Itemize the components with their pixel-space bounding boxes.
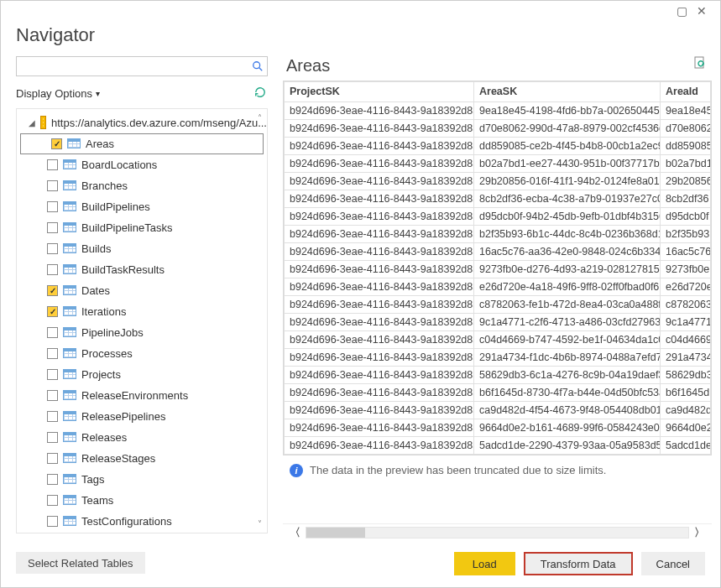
- checkbox[interactable]: [47, 432, 58, 443]
- table-row[interactable]: b924d696-3eae-4116-8443-9a18392d8544c878…: [285, 295, 711, 313]
- table-row[interactable]: b924d696-3eae-4116-8443-9a18392d8544291a…: [285, 348, 711, 366]
- checkbox[interactable]: [47, 453, 58, 464]
- checkbox[interactable]: ✓: [51, 138, 62, 149]
- table-row[interactable]: b924d696-3eae-4116-8443-9a18392d8544b2f3…: [285, 225, 711, 242]
- svg-line-1: [259, 68, 263, 71]
- tree-scrollbar[interactable]: ˄ ˅: [253, 112, 266, 529]
- checkbox[interactable]: ✓: [47, 306, 58, 317]
- checkbox[interactable]: [47, 516, 58, 527]
- tree-item-tags[interactable]: Tags: [17, 469, 267, 490]
- tree-item-teams[interactable]: Teams: [17, 490, 267, 511]
- checkbox[interactable]: [47, 411, 58, 422]
- table-row[interactable]: b924d696-3eae-4116-8443-9a18392d8544d95d…: [285, 207, 711, 225]
- table-icon: [63, 243, 76, 253]
- cell: d70e8062-990d-47a8-8979-002cf4536db2: [474, 119, 661, 137]
- checkbox[interactable]: [47, 243, 58, 254]
- cell: 9c1a4771: [661, 313, 711, 330]
- table-row[interactable]: b924d696-3eae-4116-8443-9a18392d85448cb2…: [285, 190, 711, 207]
- cell: d95dcb0f-94b2-45db-9efb-01dbf4b31563: [474, 207, 661, 225]
- tree-item-builds[interactable]: Builds: [17, 238, 267, 259]
- cell: 9273fb0e-d276-4d93-a219-02812781512b: [474, 260, 661, 278]
- table-row[interactable]: b924d696-3eae-4116-8443-9a18392d85445862…: [285, 366, 711, 383]
- refresh-preview-icon[interactable]: [693, 56, 707, 73]
- collapse-icon[interactable]: ◢: [29, 118, 35, 127]
- checkbox[interactable]: [47, 180, 58, 191]
- tree-item-projects[interactable]: Projects: [17, 364, 267, 385]
- tree-item-iterations[interactable]: ✓Iterations: [17, 301, 267, 322]
- tree-item-buildpipelinetasks[interactable]: BuildPipelineTasks: [17, 217, 267, 238]
- refresh-icon[interactable]: [253, 86, 268, 101]
- tree-item-branches[interactable]: Branches: [17, 175, 267, 196]
- table-row[interactable]: b924d696-3eae-4116-8443-9a18392d85445adc…: [285, 436, 711, 454]
- checkbox[interactable]: [47, 474, 58, 485]
- scroll-down-icon[interactable]: ˅: [258, 518, 262, 529]
- display-options: Display Options ▾: [16, 85, 268, 103]
- table-row[interactable]: b924d696-3eae-4116-8443-9a18392d85449664…: [285, 419, 711, 436]
- tree-item-label: Dates: [81, 284, 110, 297]
- tree-item-boardlocations[interactable]: BoardLocations: [17, 154, 267, 175]
- checkbox[interactable]: [47, 348, 58, 359]
- cell: 16ac5c76: [661, 242, 711, 260]
- checkbox[interactable]: [47, 222, 58, 233]
- cancel-button[interactable]: Cancel: [641, 552, 705, 575]
- table-row[interactable]: b924d696-3eae-4116-8443-9a18392d854429b2…: [285, 172, 711, 190]
- tree-item-buildpipelines[interactable]: BuildPipelines: [17, 196, 267, 217]
- tree-item-testconfigurations[interactable]: TestConfigurations: [17, 511, 267, 532]
- checkbox[interactable]: [47, 327, 58, 338]
- tree-item-label: Areas: [86, 138, 114, 150]
- tree-item-buildtaskresults[interactable]: BuildTaskResults: [17, 259, 267, 280]
- tree-item-releases[interactable]: Releases: [17, 427, 267, 448]
- table-row[interactable]: b924d696-3eae-4116-8443-9a18392d8544dd85…: [285, 137, 711, 154]
- table-row[interactable]: b924d696-3eae-4116-8443-9a18392d8544d70e…: [285, 119, 711, 137]
- cell: b924d696-3eae-4116-8443-9a18392d8544: [285, 401, 474, 419]
- tree-item-areas[interactable]: ✓Areas: [20, 133, 264, 154]
- checkbox[interactable]: [47, 159, 58, 170]
- data-source-node[interactable]: ◢ https://analytics.dev.azure.com/mseng/…: [17, 112, 267, 133]
- display-options-label: Display Options: [16, 87, 92, 100]
- column-header[interactable]: AreaSK: [474, 81, 661, 101]
- display-options-dropdown[interactable]: Display Options ▾: [16, 87, 100, 100]
- scroll-track[interactable]: [306, 527, 689, 539]
- scroll-right-icon[interactable]: 〉: [694, 525, 705, 540]
- preview-hscrollbar[interactable]: 〈 〉: [283, 523, 712, 540]
- table-row[interactable]: b924d696-3eae-4116-8443-9a18392d854416ac…: [285, 242, 711, 260]
- search-input[interactable]: [17, 57, 248, 75]
- close-button[interactable]: ✕: [692, 3, 712, 18]
- truncated-message: The data in the preview has been truncat…: [310, 464, 606, 476]
- load-button[interactable]: Load: [454, 552, 515, 575]
- tree-item-releaseenvironments[interactable]: ReleaseEnvironments: [17, 385, 267, 406]
- checkbox[interactable]: [47, 369, 58, 380]
- table-row[interactable]: b924d696-3eae-4116-8443-9a18392d8544e26d…: [285, 278, 711, 295]
- maximize-button[interactable]: ▢: [671, 3, 692, 18]
- search-box[interactable]: [16, 56, 268, 76]
- checkbox[interactable]: [47, 201, 58, 212]
- table-icon: [63, 516, 76, 526]
- tree-item-processes[interactable]: Processes: [17, 343, 267, 364]
- table-row[interactable]: b924d696-3eae-4116-8443-9a18392d85449ea1…: [285, 101, 711, 119]
- table-row[interactable]: b924d696-3eae-4116-8443-9a18392d85449273…: [285, 260, 711, 278]
- tree-item-releasepipelines[interactable]: ReleasePipelines: [17, 406, 267, 427]
- table-row[interactable]: b924d696-3eae-4116-8443-9a18392d8544c04d…: [285, 330, 711, 348]
- cell: dd859085-ce2b-4f45-b4b8-00cb1a2ec975: [474, 137, 661, 154]
- column-header[interactable]: AreaId: [661, 81, 711, 101]
- scroll-up-icon[interactable]: ˄: [258, 112, 262, 124]
- table-row[interactable]: b924d696-3eae-4116-8443-9a18392d8544b6f1…: [285, 383, 711, 401]
- table-row[interactable]: b924d696-3eae-4116-8443-9a18392d8544ca9d…: [285, 401, 711, 419]
- select-related-tables-button[interactable]: Select Related Tables: [16, 552, 145, 574]
- scroll-left-icon[interactable]: 〈: [290, 525, 300, 540]
- tree-item-releasestages[interactable]: ReleaseStages: [17, 448, 267, 469]
- scroll-thumb[interactable]: [306, 528, 365, 538]
- preview-title: Areas: [286, 56, 330, 75]
- tree-item-pipelinejobs[interactable]: PipelineJobs: [17, 322, 267, 343]
- checkbox[interactable]: [47, 495, 58, 506]
- table-row[interactable]: b924d696-3eae-4116-8443-9a18392d85449c1a…: [285, 313, 711, 330]
- cell: b924d696-3eae-4116-8443-9a18392d8544: [285, 295, 474, 313]
- transform-data-button[interactable]: Transform Data: [524, 552, 633, 575]
- search-icon[interactable]: [248, 60, 267, 72]
- tree-item-dates[interactable]: ✓Dates: [17, 280, 267, 301]
- checkbox[interactable]: [47, 264, 58, 275]
- checkbox[interactable]: [47, 390, 58, 401]
- checkbox[interactable]: ✓: [47, 285, 58, 296]
- column-header[interactable]: ProjectSK: [285, 81, 474, 101]
- table-row[interactable]: b924d696-3eae-4116-8443-9a18392d8544b02a…: [285, 154, 711, 172]
